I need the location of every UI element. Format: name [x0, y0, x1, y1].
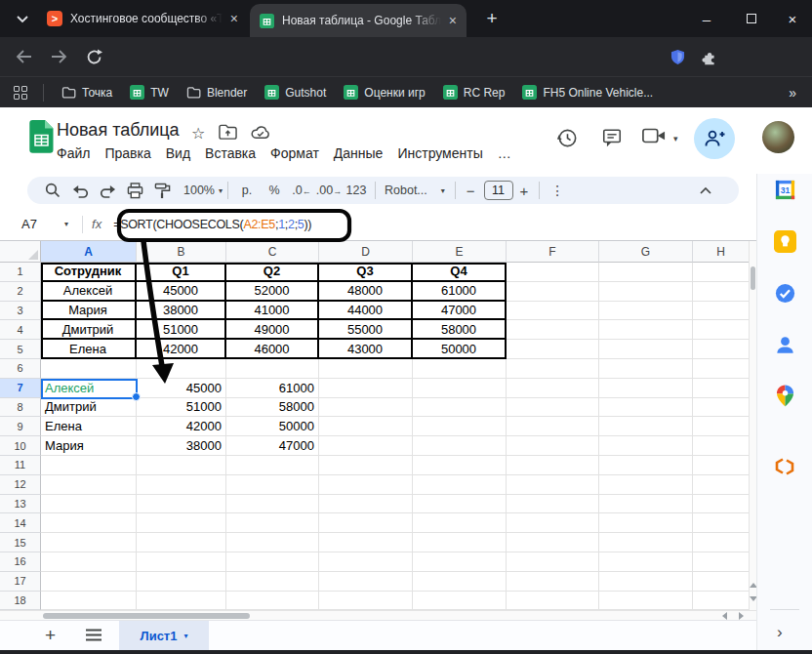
cell-B13[interactable]: [137, 495, 226, 514]
cell-G10[interactable]: [599, 436, 693, 456]
cloud-saved-icon[interactable]: [250, 124, 270, 140]
contacts-icon[interactable]: [774, 334, 796, 356]
keep-icon[interactable]: [774, 230, 796, 253]
menu-item-6[interactable]: Инструменты: [397, 145, 482, 161]
cell-E15[interactable]: [413, 533, 507, 552]
cell-G15[interactable]: [599, 533, 693, 552]
cell-B9[interactable]: 42000: [137, 417, 226, 436]
percent-format-button[interactable]: %: [261, 179, 288, 202]
extensions-puzzle-icon[interactable]: [697, 45, 720, 68]
cell-C3[interactable]: 41000: [226, 302, 319, 321]
cell-B14[interactable]: [137, 513, 226, 533]
cell-E8[interactable]: [413, 398, 507, 418]
more-toolbar-icon[interactable]: ⋮: [550, 183, 564, 198]
menu-item-2[interactable]: Вид: [166, 145, 190, 161]
menu-item-0[interactable]: Файл: [57, 145, 90, 161]
cell-E2[interactable]: 61000: [413, 282, 507, 302]
cell-F12[interactable]: [507, 475, 599, 495]
cell-F3[interactable]: [507, 302, 599, 321]
decrease-decimal-button[interactable]: .0←: [288, 179, 315, 202]
row-header-7[interactable]: 7: [0, 379, 41, 398]
cell-E12[interactable]: [413, 475, 507, 495]
cell-C13[interactable]: [226, 495, 319, 514]
column-header-G[interactable]: G: [599, 241, 693, 263]
cell-G5[interactable]: [599, 340, 693, 359]
cell-B6[interactable]: [137, 359, 226, 379]
bookmark-item-0[interactable]: Точка: [58, 86, 116, 100]
cell-D6[interactable]: [319, 359, 413, 379]
row-header-14[interactable]: 14: [0, 513, 41, 533]
cell-C11[interactable]: [226, 456, 319, 475]
cell-G18[interactable]: [599, 592, 693, 610]
cell-A14[interactable]: [41, 513, 137, 533]
cell-H9[interactable]: [693, 417, 750, 436]
cell-B11[interactable]: [137, 456, 226, 475]
cell-E1[interactable]: Q4: [413, 263, 507, 282]
cell-A6[interactable]: [41, 359, 137, 379]
cell-F17[interactable]: [507, 572, 599, 592]
cell-B4[interactable]: 51000: [137, 320, 226, 340]
cell-B10[interactable]: 38000: [137, 436, 226, 456]
fill-handle[interactable]: [132, 392, 141, 401]
star-icon[interactable]: ☆: [191, 124, 205, 143]
panel-collapse-icon[interactable]: ›: [777, 623, 783, 642]
cell-C1[interactable]: Q2: [226, 263, 319, 282]
cell-G6[interactable]: [599, 359, 693, 379]
tab-close-icon[interactable]: ×: [230, 12, 238, 25]
cell-E6[interactable]: [413, 359, 507, 379]
cell-B15[interactable]: [137, 533, 226, 552]
cell-B12[interactable]: [137, 475, 226, 495]
cell-H1[interactable]: [693, 263, 750, 282]
cell-D3[interactable]: 44000: [319, 302, 413, 321]
cell-G17[interactable]: [599, 572, 693, 592]
account-avatar[interactable]: [762, 121, 794, 153]
cell-G4[interactable]: [599, 320, 693, 340]
row-header-11[interactable]: 11: [0, 456, 41, 475]
menu-item-3[interactable]: Вставка: [205, 145, 256, 161]
row-header-1[interactable]: 1: [0, 263, 41, 282]
document-title[interactable]: Новая таблица: [57, 120, 180, 141]
window-maximize-button[interactable]: [730, 0, 773, 37]
bookmarks-overflow-icon[interactable]: »: [789, 85, 796, 101]
bookmark-item-6[interactable]: FH5 Online Vehicle...: [518, 85, 657, 100]
cell-D4[interactable]: 55000: [319, 320, 413, 340]
cell-F6[interactable]: [507, 359, 599, 379]
version-history-icon[interactable]: [556, 127, 579, 149]
cell-F8[interactable]: [507, 398, 599, 418]
cell-G12[interactable]: [599, 475, 693, 495]
name-box[interactable]: A7: [0, 217, 64, 231]
sheets-logo-icon[interactable]: [29, 120, 54, 153]
row-header-4[interactable]: 4: [0, 320, 41, 340]
cell-F11[interactable]: [507, 456, 599, 475]
window-close-button[interactable]: ×: [773, 0, 812, 37]
undo-icon[interactable]: [66, 179, 94, 202]
cell-H17[interactable]: [693, 572, 750, 592]
row-header-10[interactable]: 10: [0, 436, 41, 456]
all-sheets-icon[interactable]: [86, 629, 102, 641]
cell-A2[interactable]: Алексей: [41, 282, 137, 302]
bookmark-item-5[interactable]: RC Rep: [439, 85, 509, 100]
cell-H13[interactable]: [693, 495, 750, 514]
cell-D14[interactable]: [319, 513, 413, 533]
cell-A9[interactable]: Елена: [41, 417, 137, 436]
cell-E11[interactable]: [413, 456, 507, 475]
cell-F18[interactable]: [507, 592, 599, 610]
column-header-H[interactable]: H: [693, 241, 750, 263]
cell-D17[interactable]: [319, 572, 413, 592]
tab-google-sheets[interactable]: Новая таблица - Google Табли ×: [250, 4, 467, 37]
cell-F10[interactable]: [507, 436, 599, 456]
sheet-tab-caret-icon[interactable]: ▾: [183, 632, 187, 640]
increase-decimal-button[interactable]: .00→: [315, 179, 343, 202]
cell-H10[interactable]: [693, 436, 750, 456]
menu-item-4[interactable]: Формат: [270, 145, 319, 161]
column-header-B[interactable]: B: [137, 241, 226, 263]
cell-H6[interactable]: [693, 359, 750, 379]
shield-extension-icon[interactable]: [666, 45, 689, 68]
cell-E10[interactable]: [413, 436, 507, 456]
row-header-5[interactable]: 5: [0, 340, 41, 359]
column-header-A[interactable]: A: [41, 241, 137, 263]
cell-C5[interactable]: 46000: [226, 340, 319, 359]
bookmark-item-1[interactable]: TW: [126, 85, 173, 100]
cell-G11[interactable]: [599, 456, 693, 475]
cell-G7[interactable]: [599, 379, 693, 398]
